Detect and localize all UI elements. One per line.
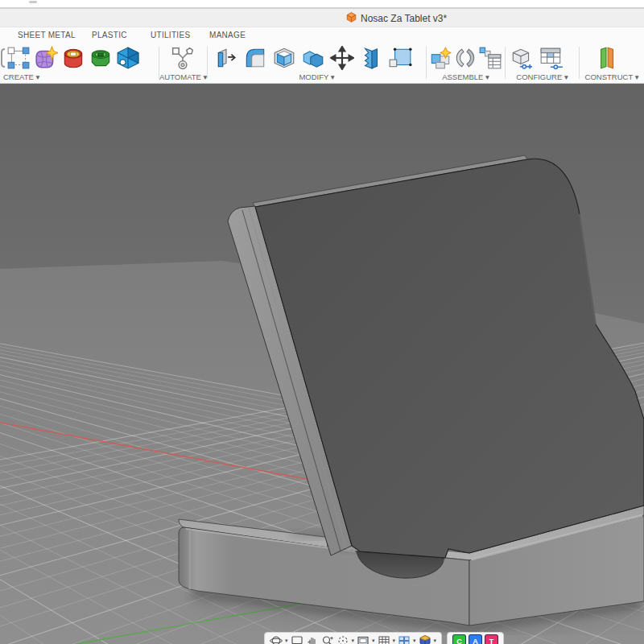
grid-settings-icon[interactable]: [378, 634, 390, 644]
create-form-icon[interactable]: [34, 46, 58, 70]
ribbon-group-assemble: ASSEMBLE ▾: [427, 44, 505, 83]
viewport-canvas[interactable]: [0, 84, 644, 644]
ribbon-group-modify: MODIFY ▾: [208, 44, 426, 83]
tab-sheet-metal[interactable]: SHEET METAL: [18, 31, 76, 39]
zoom-icon[interactable]: [321, 634, 334, 644]
titlebar-mark: [29, 1, 37, 3]
fusion-window: Nosac Za Tablet v3* SHEET METAL PLASTIC …: [0, 0, 644, 644]
replace-face-icon[interactable]: [359, 46, 383, 70]
construct-dropdown[interactable]: CONSTRUCT ▾: [580, 72, 644, 81]
green-container-feature-icon[interactable]: [89, 46, 113, 70]
ribbon-tab-bar: SHEET METAL PLASTIC UTILITIES MANAGE: [0, 27, 644, 44]
move-copy-icon[interactable]: [330, 46, 354, 70]
look-at-icon[interactable]: [291, 634, 303, 644]
assemble-dropdown[interactable]: ASSEMBLE ▾: [427, 72, 505, 81]
combine-icon[interactable]: [301, 46, 325, 70]
display-settings-icon[interactable]: [357, 634, 369, 644]
tab-utilities[interactable]: UTILITIES: [151, 31, 190, 39]
configure-dropdown[interactable]: CONFIGURE ▾: [506, 72, 579, 81]
document-tab[interactable]: Nosac Za Tablet v3*: [346, 11, 447, 26]
display-settings-caret-icon[interactable]: ▾: [372, 634, 375, 644]
shell-icon[interactable]: [272, 46, 296, 70]
grid-settings-caret-icon[interactable]: ▾: [393, 634, 396, 644]
tab-plastic[interactable]: PLASTIC: [92, 31, 127, 39]
orbit-caret-icon[interactable]: ▾: [285, 634, 288, 644]
navigation-toolbar: ▾▾▾▾▾▾: [264, 632, 442, 644]
badge-a[interactable]: A: [469, 634, 482, 644]
badge-t[interactable]: T: [485, 634, 498, 644]
construct-plane-icon[interactable]: [594, 46, 618, 70]
create-dropdown[interactable]: CREATE ▾: [0, 72, 162, 81]
ribbon-group-create: CREATE ▾: [0, 44, 159, 83]
document-tab-bar: Nosac Za Tablet v3*: [0, 9, 644, 27]
press-pull-icon[interactable]: [214, 46, 238, 70]
scale-icon[interactable]: [388, 46, 412, 70]
red-cylinder-feature-icon[interactable]: [61, 46, 85, 70]
ribbon-toolbar: CREATE ▾ AUTOMATE ▾ MODIFY ▾ ASSEMBLE ▾ …: [0, 44, 644, 84]
viewports-icon[interactable]: [398, 634, 411, 644]
modify-dropdown[interactable]: MODIFY ▾: [208, 72, 426, 81]
configuration-table-icon[interactable]: [539, 46, 564, 70]
fit-icon[interactable]: [336, 634, 349, 644]
ribbon-group-automate: AUTOMATE ▾: [159, 44, 207, 83]
ribbon-group-configure: CONFIGURE ▾: [506, 44, 579, 83]
view-navigation-bar: ▾▾▾▾▾▾ CAT: [264, 632, 504, 644]
fit-caret-icon[interactable]: ▾: [352, 634, 355, 644]
joint-icon[interactable]: [453, 46, 477, 70]
fillet-icon[interactable]: [243, 46, 267, 70]
automate-dropdown[interactable]: AUTOMATE ▾: [159, 72, 207, 81]
view-cube-icon[interactable]: [419, 634, 431, 644]
badge-toolbar: CAT: [447, 632, 504, 644]
titlebar-strip: [0, 0, 644, 9]
document-title: Nosac Za Tablet v3*: [361, 13, 447, 24]
new-component-icon[interactable]: [428, 46, 452, 70]
component-table-icon[interactable]: [478, 46, 502, 70]
orbit-icon[interactable]: [270, 634, 283, 644]
viewports-caret-icon[interactable]: ▾: [413, 634, 416, 644]
tab-manage[interactable]: MANAGE: [209, 31, 246, 39]
badge-c[interactable]: C: [452, 634, 466, 644]
configuration-icon[interactable]: [510, 46, 534, 70]
ribbon-group-construct: CONSTRUCT ▾: [580, 44, 644, 83]
automate-node-icon[interactable]: [171, 46, 195, 70]
fusion-document-cube-icon: [346, 11, 357, 26]
view-cube-caret-icon[interactable]: ▾: [434, 634, 437, 644]
pan-icon[interactable]: [306, 634, 319, 644]
blue-box-feature-icon[interactable]: [116, 46, 140, 70]
create-component-icon[interactable]: [6, 46, 31, 70]
